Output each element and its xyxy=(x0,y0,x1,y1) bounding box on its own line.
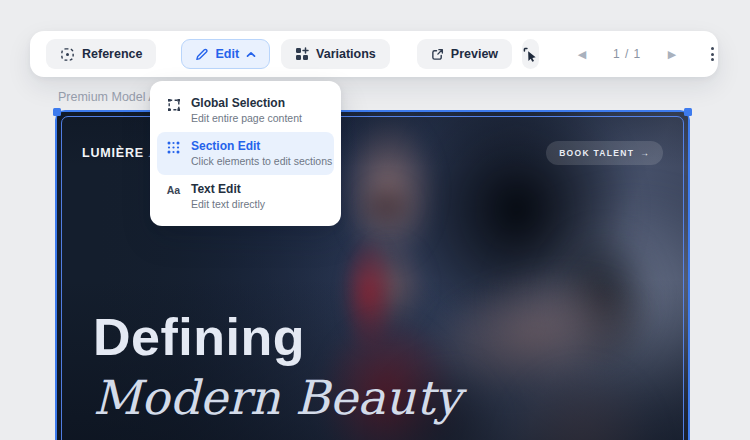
variations-label: Variations xyxy=(316,47,376,61)
book-talent-button[interactable]: BOOK TALENT → xyxy=(546,141,663,165)
element-selector-icon xyxy=(523,47,538,62)
external-link-icon xyxy=(431,48,444,61)
variations-button[interactable]: Variations xyxy=(281,39,390,69)
edit-label: Edit xyxy=(215,47,239,61)
menu-item-subtitle: Edit text directly xyxy=(191,198,265,211)
page-pager: ◀ 1 / 1 ▶ xyxy=(569,41,685,67)
menu-item-global-selection[interactable]: Global Selection Edit entire page conten… xyxy=(157,89,334,132)
menu-item-title: Global Selection xyxy=(191,96,302,111)
kebab-dot xyxy=(711,47,714,50)
menu-item-title: Section Edit xyxy=(191,139,332,154)
pencil-icon xyxy=(195,48,208,61)
kebab-dot xyxy=(711,53,714,56)
arrow-right-icon: → xyxy=(640,148,650,158)
grid-dots-icon xyxy=(166,141,181,154)
variations-icon xyxy=(295,47,309,61)
edit-button[interactable]: Edit xyxy=(181,39,270,69)
edit-dropdown-menu: Global Selection Edit entire page conten… xyxy=(150,81,341,226)
brand-name: LUMIÈRE xyxy=(82,146,144,160)
app-root: { "toolbar": { "reference_label": "Refer… xyxy=(0,0,750,440)
headline-line2: Modern Beauty xyxy=(93,368,461,428)
selection-handle-top-right[interactable] xyxy=(684,108,692,116)
selection-handle-top-left[interactable] xyxy=(53,108,61,116)
preview-label: Preview xyxy=(451,47,498,61)
hero-headline[interactable]: Defining Modern Beauty xyxy=(93,308,461,428)
page-indicator: 1 / 1 xyxy=(595,47,659,61)
next-page-button[interactable]: ▶ xyxy=(659,41,685,67)
menu-item-section-edit[interactable]: Section Edit Click elements to edit sect… xyxy=(157,132,334,175)
menu-item-title: Text Edit xyxy=(191,182,265,197)
book-talent-label: BOOK TALENT xyxy=(559,148,634,158)
reference-label: Reference xyxy=(82,47,142,61)
text-aa-icon: Aa xyxy=(166,184,181,196)
menu-item-subtitle: Edit entire page content xyxy=(191,112,302,125)
editor-toolbar: Reference Edit Variations xyxy=(30,31,718,77)
preview-button[interactable]: Preview xyxy=(417,39,512,69)
chevron-left-icon: ◀ xyxy=(578,48,586,61)
kebab-dot xyxy=(711,58,714,61)
chevron-up-icon xyxy=(246,51,256,58)
chevron-right-icon: ▶ xyxy=(668,48,676,61)
prev-page-button[interactable]: ◀ xyxy=(569,41,595,67)
selection-frame-icon xyxy=(166,98,181,112)
headline-line1: Defining xyxy=(93,308,461,366)
reference-button[interactable]: Reference xyxy=(46,39,156,69)
menu-item-text-edit[interactable]: Aa Text Edit Edit text directly xyxy=(157,175,334,218)
reference-crosshair-icon xyxy=(60,47,75,62)
menu-item-subtitle: Click elements to edit sections xyxy=(191,155,332,168)
more-options-button[interactable] xyxy=(711,41,714,67)
element-selector-button[interactable] xyxy=(522,39,539,69)
